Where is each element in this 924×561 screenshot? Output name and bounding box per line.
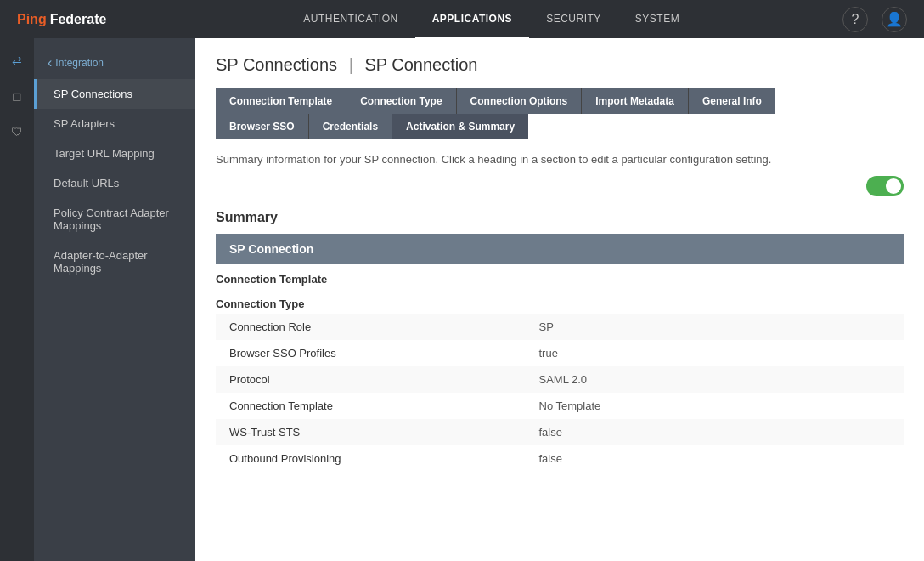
app-body: ⇄ ◻ 🛡 Integration SP Connections SP Adap… [0, 38, 924, 561]
table-row: Connection Role SP [216, 314, 904, 340]
nav-security[interactable]: SECURITY [529, 1, 618, 38]
tab-browser-sso[interactable]: Browser SSO [216, 114, 309, 139]
row-value-connection-role: SP [526, 314, 904, 340]
toggle-row [216, 176, 904, 196]
logo-federate: Federate [50, 12, 107, 27]
top-nav: PingFederate AUTHENTICATION APPLICATIONS… [0, 0, 924, 38]
tab-row-2: Browser SSO Credentials Activation & Sum… [216, 114, 904, 139]
sidebar-item-policy-contract[interactable]: Policy Contract Adapter Mappings [34, 198, 195, 241]
row-value-ws-trust: false [526, 419, 904, 445]
row-label-connection-template: Connection Template [216, 393, 526, 419]
subsection-connection-type[interactable]: Connection Type [216, 289, 904, 314]
help-icon[interactable]: ? [842, 7, 868, 32]
row-value-browser-sso-profiles: true [526, 340, 904, 366]
breadcrumb-sp-connection: SP Connection [364, 55, 477, 74]
section-header-sp-connection[interactable]: SP Connection [216, 234, 904, 264]
icon-rail: ⇄ ◻ 🛡 [0, 38, 34, 561]
table-row: Browser SSO Profiles true [216, 340, 904, 366]
row-label-browser-sso-profiles: Browser SSO Profiles [216, 340, 526, 366]
sidebar-back[interactable]: Integration [34, 47, 195, 79]
connection-type-table: Connection Role SP Browser SSO Profiles … [216, 314, 904, 472]
user-icon[interactable]: 👤 [882, 7, 907, 32]
activation-toggle[interactable] [866, 176, 904, 196]
row-label-ws-trust: WS-Trust STS [216, 419, 526, 445]
page-title: SP Connections | SP Connection [216, 55, 904, 75]
row-label-outbound-provisioning: Outbound Provisioning [216, 445, 526, 472]
tab-activation-summary[interactable]: Activation & Summary [392, 114, 528, 139]
nav-right: ? 👤 [842, 7, 907, 32]
row-label-connection-role: Connection Role [216, 314, 526, 340]
breadcrumb-separator: | [349, 55, 353, 74]
tab-connection-type[interactable]: Connection Type [346, 88, 456, 114]
tab-row-1: Connection Template Connection Type Conn… [216, 88, 904, 114]
nav-icon-connections[interactable]: ⇄ [3, 47, 31, 74]
logo-ping: Ping [17, 12, 47, 27]
tab-credentials[interactable]: Credentials [309, 114, 392, 139]
nav-icon-adapters[interactable]: ◻ [3, 82, 31, 110]
nav-authentication[interactable]: AUTHENTICATION [286, 1, 414, 38]
nav-system[interactable]: SYSTEM [618, 1, 696, 38]
row-value-connection-template: No Template [526, 393, 904, 419]
row-value-outbound-provisioning: false [526, 445, 904, 472]
tab-connection-options[interactable]: Connection Options [457, 88, 583, 114]
nav-icon-security[interactable]: 🛡 [3, 118, 31, 145]
sidebar-item-sp-adapters[interactable]: SP Adapters [34, 109, 195, 139]
summary-section: Summary SP Connection Connection Templat… [216, 210, 904, 472]
row-value-protocol: SAML 2.0 [526, 366, 904, 393]
table-row: WS-Trust STS false [216, 419, 904, 445]
table-row: Protocol SAML 2.0 [216, 366, 904, 393]
sidebar-item-adapter-mappings[interactable]: Adapter-to-Adapter Mappings [34, 241, 195, 283]
logo: PingFederate [17, 12, 106, 27]
tab-import-metadata[interactable]: Import Metadata [582, 88, 689, 114]
nav-links: AUTHENTICATION APPLICATIONS SECURITY SYS… [140, 1, 842, 38]
sidebar-item-sp-connections[interactable]: SP Connections [34, 79, 195, 109]
summary-title: Summary [216, 210, 904, 225]
sidebar-item-target-url[interactable]: Target URL Mapping [34, 139, 195, 168]
row-label-protocol: Protocol [216, 366, 526, 393]
tab-connection-template[interactable]: Connection Template [216, 88, 346, 114]
page-description: Summary information for your SP connecti… [216, 153, 904, 166]
nav-applications[interactable]: APPLICATIONS [415, 1, 529, 38]
sidebar-item-default-urls[interactable]: Default URLs [34, 168, 195, 198]
main-content: SP Connections | SP Connection Connectio… [195, 38, 924, 561]
subsection-connection-template[interactable]: Connection Template [216, 264, 904, 289]
tabs-container: Connection Template Connection Type Conn… [216, 88, 904, 139]
table-row: Outbound Provisioning false [216, 445, 904, 472]
sidebar: Integration SP Connections SP Adapters T… [34, 38, 195, 561]
tab-general-info[interactable]: General Info [689, 88, 775, 114]
table-row: Connection Template No Template [216, 393, 904, 419]
breadcrumb-sp-connections[interactable]: SP Connections [216, 55, 337, 74]
